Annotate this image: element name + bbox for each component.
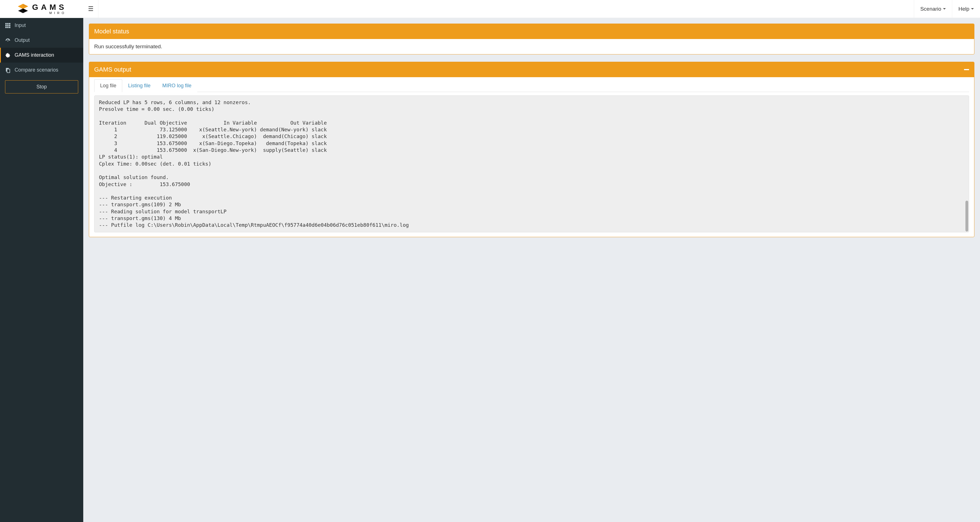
tab-log-file[interactable]: Log file [94,79,122,92]
tab-miro-log-file[interactable]: MIRO log file [156,79,197,92]
output-tabs: Log file Listing file MIRO log file [94,79,969,92]
sidebar-item-label: Input [14,22,26,28]
logo: GAMS MIRO [0,0,83,18]
hamburger-icon: ☰ [88,5,94,13]
menu-help[interactable]: Help [952,0,980,18]
sidebar-item-label: GAMS interaction [14,52,54,58]
panel-body-model-status: Run successfully terminated. [89,39,974,54]
sidebar-item-input[interactable]: Input [0,18,83,33]
svg-rect-9 [9,25,10,26]
gear-icon [5,53,11,58]
collapse-toggle[interactable] [964,69,969,70]
sidebar-item-label: Compare scenarios [14,67,58,73]
panel-header-model-status: Model status [89,24,974,39]
panel-title: Model status [94,28,129,35]
svg-rect-4 [5,23,7,24]
svg-rect-16 [7,69,10,73]
stop-button[interactable]: Stop [5,80,78,93]
menu-label: Help [958,6,969,12]
gams-logo-icon [16,3,29,16]
sidebar-item-compare-scenarios[interactable]: Compare scenarios [0,62,83,77]
svg-rect-11 [7,27,9,28]
stop-button-label: Stop [37,84,47,89]
menu-scenario[interactable]: Scenario [914,0,952,18]
sidebar-item-output[interactable]: Output [0,33,83,48]
copy-icon [5,67,11,73]
tab-label: MIRO log file [162,83,191,88]
svg-rect-5 [7,23,9,24]
panel-gams-output: GAMS output Log file Listing file MIRO l… [89,62,974,237]
logo-subline: MIRO [49,11,67,14]
svg-rect-8 [7,25,9,26]
chevron-down-icon [971,8,974,10]
tab-label: Log file [100,83,116,88]
logo-wordmark: GAMS [32,3,67,11]
grid-icon [5,23,11,28]
svg-rect-7 [5,25,7,26]
tab-listing-file[interactable]: Listing file [122,79,156,92]
main-area: ☰ Scenario Help Model status Run success… [83,0,980,522]
sidebar-item-label: Output [14,37,30,43]
menu-label: Scenario [920,6,941,12]
sidebar: GAMS MIRO Input Output GAMS interaction … [0,0,83,522]
scrollbar-thumb[interactable] [966,201,968,231]
panel-title: GAMS output [94,66,131,73]
panel-model-status: Model status Run successfully terminated… [89,24,974,54]
svg-marker-1 [23,4,28,6]
svg-rect-12 [9,27,10,28]
sidebar-toggle-button[interactable]: ☰ [83,0,99,18]
svg-marker-3 [23,8,28,11]
log-output-text: Reduced LP has 5 rows, 6 columns, and 12… [99,99,409,228]
chevron-down-icon [943,8,946,10]
topbar: ☰ Scenario Help [83,0,980,18]
svg-rect-10 [5,27,7,28]
panel-body-gams-output: Log file Listing file MIRO log file Redu… [89,77,974,237]
sidebar-item-gams-interaction[interactable]: GAMS interaction [0,48,83,62]
svg-rect-6 [9,23,10,24]
gauge-icon [5,38,11,43]
panel-header-gams-output: GAMS output [89,62,974,77]
log-output[interactable]: Reduced LP has 5 rows, 6 columns, and 12… [94,96,969,232]
tab-label: Listing file [128,83,151,88]
content: Model status Run successfully terminated… [83,18,980,522]
model-status-text: Run successfully terminated. [94,43,162,49]
